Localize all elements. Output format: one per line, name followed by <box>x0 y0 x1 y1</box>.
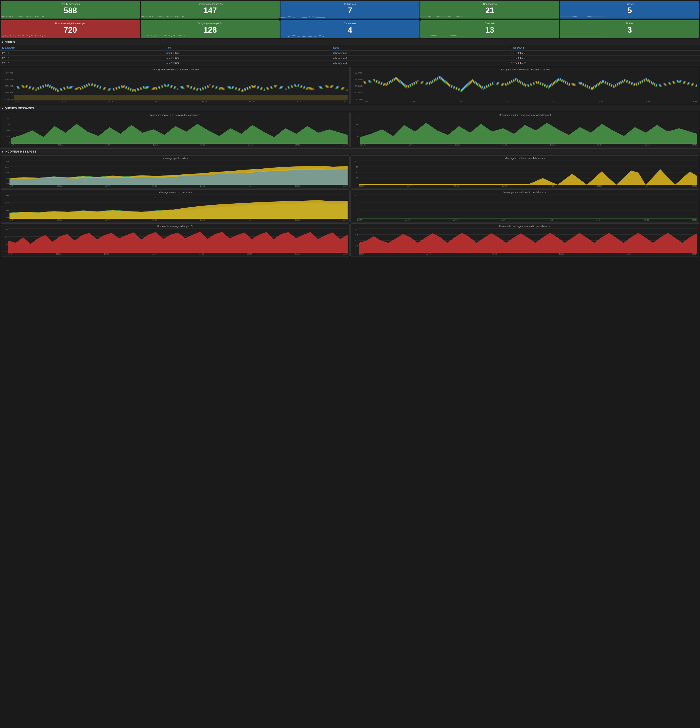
disk-x-axis: 15:04 15:06 15:08 15:10 15:12 15:14 15:1… <box>352 100 697 103</box>
table-cell: rmq1:15692 <box>164 56 331 61</box>
queues-value: 5 <box>562 6 697 15</box>
ready-messages-card: Ready messages 588 <box>1 1 140 19</box>
col-host: Host <box>164 45 331 51</box>
incoming-chevron-icon: ▾ <box>2 150 3 153</box>
resource-charts-row: Memory available before publishers block… <box>0 66 700 104</box>
svg-marker-42 <box>10 200 348 219</box>
memory-y-axis: 667.6 MiB 619.9 MiB 572.2 MiB 524.5 MiB … <box>3 72 14 100</box>
disk-chart-title: Disk space available before publishers b… <box>352 68 697 71</box>
ready-queue-svg <box>11 117 348 144</box>
svg-marker-52 <box>9 232 348 253</box>
svg-marker-22 <box>360 123 697 144</box>
memory-chart-title: Memory available before publishers block… <box>3 68 348 71</box>
returned-area <box>359 228 697 253</box>
pending-queue-chart: Messages pending consumer acknowledgemen… <box>351 112 699 147</box>
confirmed-chart-title: Messages confirmed to publishers / s <box>352 157 697 160</box>
pending-queue-svg <box>360 117 697 144</box>
col-node: Node <box>331 45 508 51</box>
memory-chart: Memory available before publishers block… <box>1 66 349 104</box>
memory-x-axis: 15:04 15:06 15:08 15:10 15:12 15:14 15:1… <box>3 100 348 103</box>
table-cell: 3.9.0-alpha.53 <box>508 56 700 61</box>
nodes-table-container: Erlang/OTP Host Node RabbitMQ ▲ 22.1.3rm… <box>0 45 700 66</box>
svg-marker-16 <box>11 124 348 144</box>
nodes-count-label: Nodes <box>562 22 697 25</box>
confirmed-area <box>359 160 697 185</box>
nodes-section-title: NODES <box>4 40 15 44</box>
unacked-messages-card: Unacknowledged messages 720 <box>1 20 140 38</box>
ready-queue-chart: Messages ready to be delivered to consum… <box>1 112 349 147</box>
unacked-messages-value: 720 <box>3 26 138 35</box>
queued-section-title: QUEUED MESSAGES <box>4 107 34 110</box>
routed-area <box>10 195 348 219</box>
publishers-value: 7 <box>283 6 417 15</box>
published-area <box>10 160 348 185</box>
queues-sparkline <box>560 14 604 19</box>
connections-sparkline <box>420 14 465 19</box>
routed-chart: Messages routed to queues / s 200 150 10… <box>1 189 349 222</box>
outgoing-messages-label: Outgoing messages / s <box>143 22 278 25</box>
disk-y-axis: 39.4 GiB 39.4 GiB 39.3 GiB 39.3 GiB 39.2… <box>352 72 364 100</box>
connections-card: Connections 21 <box>420 1 559 19</box>
confirmed-svg <box>359 160 697 185</box>
channels-card: Channels 13 <box>420 20 559 38</box>
unconfirmed-y-axis: 1 0 <box>352 195 357 219</box>
returned-chart-title: Unroutable messages returned to publishe… <box>352 225 697 228</box>
incoming-messages-value: 147 <box>143 6 278 15</box>
nodes-sparkline <box>560 33 604 38</box>
routed-svg <box>10 195 348 219</box>
returned-x-axis: 15:04 15:06 15:08 15:10 15:12 15:14 <box>352 253 697 255</box>
memory-chart-area <box>14 72 348 100</box>
returned-y-axis: 10.0 7.5 5.0 2.5 0 <box>352 228 359 253</box>
table-row: 22.1.3rmq0:15692rabbit@rmq03.9.0-alpha.5… <box>0 51 700 56</box>
dropped-area <box>9 228 348 253</box>
dropped-svg <box>9 228 348 253</box>
nodes-chevron-icon: ▾ <box>2 40 3 44</box>
channels-label: Channels <box>423 22 557 25</box>
publishers-label: Publishers <box>283 3 417 5</box>
pending-queue-x-axis: 15:04 15:06 15:08 15:10 15:12 15:14 15:1… <box>352 144 697 146</box>
ready-queue-area <box>11 117 348 144</box>
table-cell: 22.1.3 <box>0 56 164 61</box>
stats-row-1: Ready messages 588 Incoming messages / s… <box>0 0 700 19</box>
outgoing-messages-card: Outgoing messages / s 128 <box>141 20 280 38</box>
table-row: 22.1.3rmq2:15692rabbit@rmq23.9.0-alpha.5… <box>0 61 700 66</box>
unconfirmed-x-axis: 15:04 15:06 15:08 15:10 15:12 15:14 15:1… <box>352 219 697 221</box>
incoming-section-title: INCOMING MESSAGES <box>4 150 36 153</box>
incoming-section-header[interactable]: ▾ INCOMING MESSAGES <box>0 148 700 155</box>
nodes-section-header[interactable]: ▾ NODES <box>0 39 700 45</box>
dropped-y-axis: 20 15 10 5 <box>3 228 9 253</box>
outgoing-messages-value: 128 <box>143 26 278 35</box>
dropped-chart: Unroutable messages dropped / s 20 15 10… <box>1 223 349 257</box>
queued-charts-row: Messages ready to be delivered to consum… <box>0 111 700 148</box>
incoming-charts-row3: Unroutable messages dropped / s 20 15 10… <box>0 222 700 257</box>
connections-label: Connections <box>423 3 557 5</box>
disk-chart: Disk space available before publishers b… <box>351 66 699 104</box>
queued-section-header[interactable]: ▾ QUEUED MESSAGES <box>0 105 700 111</box>
unconfirmed-area <box>357 195 697 219</box>
published-chart-title: Messages published / s <box>3 157 348 160</box>
routed-y-axis: 200 150 100 50 <box>3 195 10 219</box>
nodes-count-value: 3 <box>562 26 697 35</box>
publishers-card: Publishers 7 <box>280 1 420 19</box>
nodes-table: Erlang/OTP Host Node RabbitMQ ▲ 22.1.3rm… <box>0 45 700 66</box>
col-rabbitmq: RabbitMQ ▲ <box>508 45 700 51</box>
table-cell: 3.9.0-alpha.53 <box>508 61 700 66</box>
incoming-messages-label: Incoming messages / s <box>143 3 278 5</box>
ready-messages-label: Ready messages <box>3 3 138 5</box>
unacked-messages-label: Unacknowledged messages <box>3 22 138 25</box>
published-x-axis: 15:04 15:06 15:08 15:10 15:12 15:14 15:1… <box>3 185 348 187</box>
dropped-chart-title: Unroutable messages dropped / s <box>3 225 348 228</box>
ready-queue-title: Messages ready to be delivered to consum… <box>3 114 348 116</box>
table-cell: rabbit@rmq1 <box>331 56 508 61</box>
table-row: 22.1.3rmq1:15692rabbit@rmq13.9.0-alpha.5… <box>0 56 700 61</box>
confirmed-x-axis: 15:04 15:06 15:08 15:10 15:12 15:14 15:1… <box>352 185 697 187</box>
dropped-x-axis: 15:04 15:06 15:08 15:10 15:12 15:14 15:1… <box>3 253 348 255</box>
queues-card: Queues 5 <box>560 1 699 19</box>
returned-svg <box>359 228 697 253</box>
queues-label: Queues <box>562 3 697 5</box>
pending-queue-title: Messages pending consumer acknowledgemen… <box>352 114 697 116</box>
nodes-table-header-row: Erlang/OTP Host Node RabbitMQ ▲ <box>0 45 700 51</box>
incoming-charts-row1: Messages published / s 250 200 150 100 5… <box>0 155 700 189</box>
ready-queue-y-axis: 1 K 750 500 250 0 <box>3 117 11 144</box>
svg-rect-5 <box>14 95 348 100</box>
